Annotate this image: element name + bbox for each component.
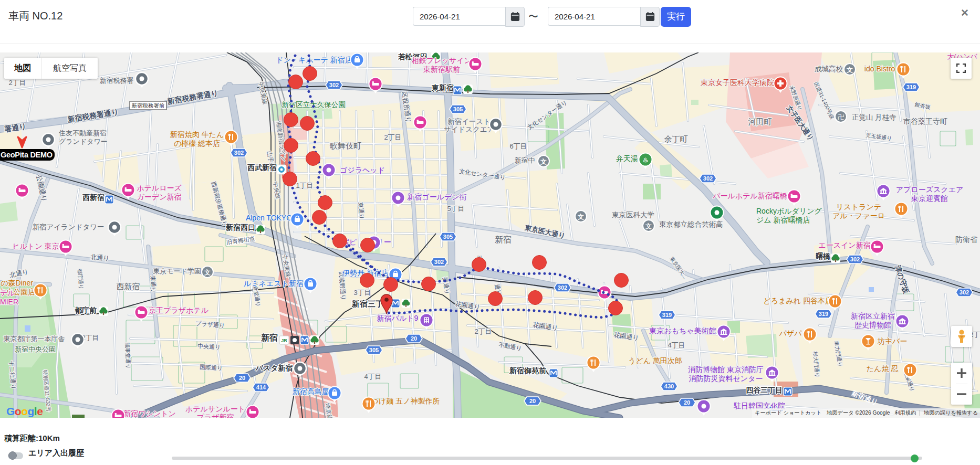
svg-text:新宿西口: 新宿西口: [225, 223, 255, 231]
svg-text:ido Bistro: ido Bistro: [864, 65, 895, 73]
svg-text:新宿中央公園: 新宿中央公園: [15, 345, 56, 353]
svg-text:302: 302: [960, 289, 969, 295]
svg-text:414: 414: [256, 384, 266, 390]
svg-text:新宿区立新宿: 新宿区立新宿: [851, 312, 895, 320]
svg-text:新宿アイランドタワー: 新宿アイランドタワー: [32, 223, 104, 231]
svg-text:アル・ファーロ: アル・ファーロ: [832, 212, 885, 220]
svg-text:新宿三丁: 新宿三丁: [351, 299, 383, 308]
svg-text:302: 302: [703, 175, 713, 182]
svg-text:4丁目: 4丁目: [668, 341, 685, 349]
svg-text:305: 305: [443, 234, 453, 240]
svg-text:東京迎賓館: 東京迎賓館: [911, 194, 948, 203]
svg-text:302: 302: [850, 256, 860, 262]
svg-text:曙橋: 曙橋: [816, 252, 831, 260]
svg-text:正覚山 月桂寺: 正覚山 月桂寺: [852, 113, 896, 121]
svg-text:東京都立総合芸術高: 東京都立総合芸術高: [659, 220, 723, 228]
svg-text:国際通り: 国際通り: [200, 364, 223, 371]
svg-text:新宿イースト: 新宿イースト: [447, 118, 491, 125]
svg-text:ガーデン新宿: ガーデン新宿: [137, 193, 182, 201]
svg-text:ジム 新宿曙橋店: ジム 新宿曙橋店: [756, 216, 810, 224]
svg-text:新宿高島屋: 新宿高島屋: [293, 387, 329, 396]
svg-text:ヒルトン 東京: ヒルトン 東京: [12, 242, 59, 250]
svg-text:319: 319: [906, 84, 916, 90]
svg-text:消防防災資料センター: 消防防災資料センター: [689, 374, 763, 383]
svg-text:東新宿: 東新宿: [431, 83, 454, 92]
svg-text:20: 20: [684, 399, 690, 406]
svg-text:302: 302: [434, 259, 444, 265]
svg-text:住友不動産新宿: 住友不動産新宿: [58, 129, 107, 137]
svg-text:2丁目: 2丁目: [384, 133, 401, 141]
svg-text:テル: テル: [0, 289, 15, 297]
svg-text:♨: ♨: [643, 156, 649, 164]
svg-text:つけ麺 五ノ神製作所: つけ麺 五ノ神製作所: [371, 397, 440, 405]
svg-text:東京女子医科大学病院: 東京女子医科大学病院: [701, 78, 774, 87]
svg-text:グランドタワー: グランドタワー: [59, 138, 108, 145]
svg-text:歴史博物館: 歴史博物館: [854, 321, 891, 329]
svg-text:中央通り: 中央通り: [197, 343, 221, 350]
svg-text:文: 文: [846, 66, 853, 73]
svg-text:ホテルサンルート: ホテルサンルート: [185, 405, 245, 413]
svg-text:サイドスクエア: サイドスクエア: [444, 125, 495, 133]
svg-text:パザパ: パザパ: [779, 329, 802, 337]
svg-text:新宿中: 新宿中: [515, 156, 535, 164]
svg-text:4丁目: 4丁目: [364, 373, 381, 381]
svg-text:Alpen TOKYO: Alpen TOKYO: [246, 214, 292, 222]
svg-text:GeoPita DEMO: GeoPita DEMO: [1, 151, 53, 159]
svg-text:東京モード学園: 東京モード学園: [153, 267, 201, 275]
svg-text:西武新宿: 西武新宿: [247, 163, 277, 172]
svg-text:東通り: 東通り: [150, 276, 157, 293]
svg-text:余丁町: 余丁町: [664, 134, 688, 143]
svg-text:消防博物館 東京消防庁: 消防博物館 東京消防庁: [688, 365, 764, 374]
svg-text:新宿バルト9: 新宿バルト9: [377, 314, 419, 322]
svg-text:2丁目: 2丁目: [8, 79, 26, 87]
svg-text:都庁前: 都庁前: [74, 306, 97, 314]
svg-text:319: 319: [662, 312, 672, 318]
svg-text:坊主バー: 坊主バー: [877, 337, 907, 345]
svg-text:3丁目: 3丁目: [353, 289, 371, 297]
svg-text:6丁目: 6丁目: [509, 142, 527, 150]
svg-text:新宿御苑前: 新宿御苑前: [509, 366, 546, 375]
svg-text:防衛省: 防衛省: [955, 235, 978, 244]
svg-text:の森Diner: の森Diner: [1, 279, 33, 287]
svg-text:四谷三丁目: 四谷三丁目: [746, 386, 783, 394]
svg-text:たん焼 忍: たん焼 忍: [867, 364, 899, 373]
svg-text:弁天湯: 弁天湯: [616, 154, 638, 163]
svg-text:新宿ゴールデン街: 新宿ゴールデン街: [407, 193, 466, 201]
svg-text:2丁目: 2丁目: [474, 327, 492, 335]
svg-text:西新宿: 西新宿: [117, 282, 140, 291]
svg-text:文: 文: [204, 269, 211, 276]
svg-text:ホテルローズ: ホテルローズ: [137, 184, 182, 192]
svg-text:西新宿: 西新宿: [82, 193, 105, 202]
svg-text:ドン・キホーテ 新宿店: ドン・キホーテ 新宿店: [276, 56, 352, 64]
svg-text:新宿: 新宿: [495, 235, 512, 244]
svg-text:新宿税務署: 新宿税務署: [100, 77, 134, 84]
svg-text:どろまみれ 四谷本店: どろまみれ 四谷本店: [763, 297, 832, 305]
svg-text:新宿ワシントン: 新宿ワシントン: [123, 409, 176, 418]
svg-text:20: 20: [411, 335, 417, 342]
svg-text:新宿焼肉 牛たん: 新宿焼肉 牛たん: [170, 130, 224, 139]
svg-text:文: 文: [577, 213, 584, 220]
svg-text:相鉄フレッサイン: 相鉄フレッサイン: [411, 56, 472, 65]
svg-text:319: 319: [819, 311, 828, 317]
svg-text:パールホテル新宿曙橋: パールホテル新宿曙橋: [712, 192, 787, 200]
svg-text:東京都庁第一本庁舎: 東京都庁第一本庁舎: [4, 335, 65, 343]
svg-text:新宿税務署前: 新宿税務署前: [132, 102, 165, 109]
svg-text:成城高校: 成城高校: [815, 65, 843, 73]
svg-text:430: 430: [664, 383, 674, 389]
svg-text:Rockyボルダリング: Rockyボルダリング: [756, 207, 822, 215]
svg-text:新宿: 新宿: [260, 333, 278, 342]
svg-text:ルミネエスト新宿: ルミネエスト新宿: [244, 279, 304, 288]
svg-text:東新宿駅前: 東新宿駅前: [423, 65, 460, 73]
svg-text:東京おもちゃ美術館: 東京おもちゃ美術館: [649, 326, 716, 335]
svg-text:アプローズスクエア: アプローズスクエア: [896, 185, 964, 194]
svg-text:うどん 萬田次郎: うどん 萬田次郎: [628, 356, 682, 365]
svg-text:東京医科大学: 東京医科大学: [612, 211, 654, 219]
svg-text:プラザ新宿: プラザ新宿: [197, 413, 234, 418]
svg-text:20: 20: [529, 398, 536, 404]
svg-text:市谷薬王寺町: 市谷薬王寺町: [903, 117, 947, 125]
svg-text:302: 302: [329, 82, 339, 88]
svg-text:JR: JR: [281, 338, 287, 343]
svg-text:エースイン新宿: エースイン新宿: [818, 241, 870, 249]
svg-text:京王プラザホテル: 京王プラザホテル: [149, 306, 208, 314]
svg-text:20: 20: [239, 375, 245, 381]
